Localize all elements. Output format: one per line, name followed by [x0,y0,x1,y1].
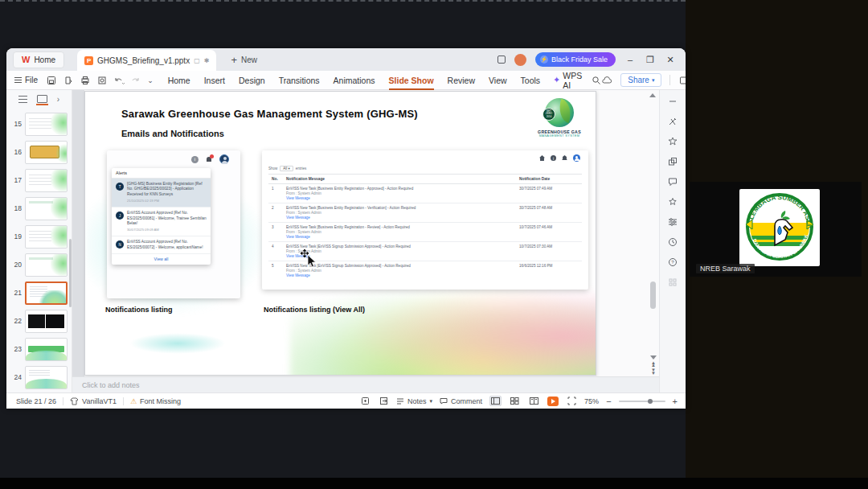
tab-sync-icon[interactable]: ▢ [194,57,200,64]
save-icon[interactable] [46,75,57,86]
notes-toggle[interactable]: Notes ▾ [396,397,432,405]
shapes-icon[interactable] [668,157,678,166]
panel-toggle-icon[interactable] [678,75,686,86]
settings-sliders-icon[interactable] [668,217,678,227]
next-slide-button[interactable]: ▼▼ [651,369,656,375]
menu-item-review[interactable]: Review [448,76,475,85]
print-icon[interactable] [80,75,91,86]
theme-button[interactable]: VanillaVT1 [70,397,117,405]
slide-thumbnail[interactable] [25,366,68,389]
account-avatar[interactable] [514,54,526,66]
slideshow-play-button[interactable] [547,397,559,406]
collapse-sidebar-icon[interactable] [668,97,678,106]
menu-item-slide-show[interactable]: Slide Show [389,76,434,85]
slide-thumbnail-row[interactable]: 24 [6,364,72,390]
slide-thumbnail-row[interactable]: 19 [6,224,72,249]
normal-view-button[interactable] [489,396,502,406]
previous-slide-button[interactable]: ▲▲ [651,362,656,368]
document-scrollbar[interactable]: ▲▲ ▼▼ [648,90,657,376]
slide-thumbnail-row[interactable]: 16 [6,139,72,165]
redo-icon[interactable] [130,75,141,86]
slide-thumbnail[interactable] [25,310,68,333]
menu-item-home[interactable]: Home [168,76,190,85]
comment-panel-icon[interactable] [668,177,678,187]
slide-thumbnail[interactable] [25,113,68,136]
search-icon[interactable] [592,75,601,86]
wps-ai-button[interactable]: ✦ WPS AI [553,71,582,90]
slide-number: 24 [10,373,22,381]
tools-icon[interactable] [668,117,678,126]
slide-thumbnail-row[interactable]: 15 [6,111,72,137]
outline-view-icon[interactable] [18,96,27,103]
slide-thumbnail[interactable] [25,338,68,361]
slide-thumbnail-row[interactable]: 18 [6,195,72,221]
handout-icon[interactable] [378,396,389,407]
thumbnail-scrollbar[interactable] [69,239,72,307]
star-icon[interactable] [668,197,678,207]
zoom-slider-handle[interactable] [648,399,653,404]
toolbar-more-chevron[interactable]: ⌄ [147,76,154,84]
layout-switch-icon[interactable] [497,55,506,64]
slide-thumbnail-row[interactable]: 17 [6,167,72,193]
zoom-slider[interactable] [619,401,665,402]
print-preview-icon[interactable] [96,75,108,86]
slide-page[interactable]: Sarawak Greenhouse Gas Management System… [84,91,596,376]
maximize-button[interactable]: ❐ [645,55,656,65]
undo-icon[interactable] [113,75,125,86]
collapse-panel-chevron[interactable]: › [57,95,59,104]
zoom-level[interactable]: 75% [584,397,599,405]
slide-thumbnail[interactable] [25,225,68,249]
apps-grid-icon[interactable] [668,277,678,287]
menu-item-tools[interactable]: Tools [521,76,541,85]
zoom-out-button[interactable]: − [606,397,611,406]
alert-avatar: T [116,183,124,191]
slide-title: Sarawak Greenhouse Gas Management System… [121,108,418,120]
slide-number: 21 [10,289,22,297]
cloud-icon[interactable] [601,75,612,86]
view-message-link: View Message [286,235,310,239]
minimize-button[interactable]: – [624,55,636,64]
black-friday-sale-button[interactable]: ⚡ Black Friday Sale [535,52,616,67]
export-icon[interactable] [63,75,74,86]
home-tab[interactable]: W Home [13,51,64,68]
font-missing-warning[interactable]: ⚠ Font Missing [130,397,181,405]
alerts-dropdown: Alerts T [GHG-MS] Business Entity Regist… [112,168,211,265]
slide-thumbnail[interactable] [25,253,68,277]
slide-thumbnail[interactable] [25,197,68,220]
menu-item-view[interactable]: View [489,76,507,85]
share-button[interactable]: Share ▾ [620,73,661,87]
task-pane-icon[interactable] [359,396,371,407]
slide-thumbnail-row[interactable]: 20 [6,252,72,277]
comment-button[interactable]: Comment [440,397,482,405]
scroll-down-arrow[interactable] [650,355,657,360]
participant-video-tile[interactable]: LEMBAGA SUMBER ASLI DAN ALAM SEKITAR SAR… [690,182,862,277]
history-clock-icon[interactable] [668,237,678,247]
menu-item-animations[interactable]: Animations [334,76,375,85]
slide-thumbnail-row[interactable]: 22 [6,308,72,334]
meeting-screen: W Home P GHGMS_Briefing_v1.pptx ▢ ✱ + Ne… [0,0,868,489]
slide-sorter-view-button[interactable] [509,396,521,406]
fit-screen-icon[interactable] [566,396,577,407]
menu-item-insert[interactable]: Insert [204,76,225,85]
document-tab[interactable]: P GHGMS_Briefing_v1.pptx ▢ ✱ [77,50,216,71]
help-icon[interactable]: ? [668,257,678,267]
menu-item-transitions[interactable]: Transitions [279,76,320,85]
slide-thumbnail[interactable] [25,281,68,305]
scroll-up-arrow[interactable] [649,93,656,97]
slide-view-icon[interactable] [37,95,47,103]
menu-item-design[interactable]: Design [239,76,265,85]
slide-thumbnail[interactable] [25,169,68,192]
slide-thumbnail-row[interactable]: 23 [6,336,72,362]
new-tab-button[interactable]: + New [231,54,257,66]
close-button[interactable]: ✕ [665,55,676,65]
scrollbar-thumb[interactable] [650,281,656,309]
zoom-in-button[interactable]: + [673,397,678,406]
animation-icon[interactable] [668,137,678,146]
presentation-file-icon: P [84,56,93,65]
reading-view-button[interactable] [528,396,540,406]
theme-name: VanillaVT1 [82,397,117,405]
file-menu-button[interactable]: File [14,76,38,84]
notes-input[interactable]: Click to add notes [72,376,659,392]
slide-thumbnail-row[interactable]: 21 [6,280,72,306]
slide-thumbnail[interactable] [25,141,68,164]
